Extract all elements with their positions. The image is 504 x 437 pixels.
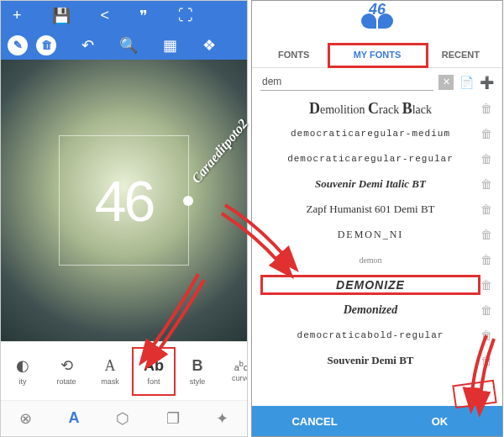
tool-curve[interactable]: abccurve: [219, 347, 247, 396]
delete-font-icon[interactable]: 🗑: [480, 253, 494, 266]
save-icon[interactable]: 💾: [52, 7, 71, 25]
tab-my-fonts[interactable]: MY FONTS: [335, 45, 418, 65]
dialog-buttons: CANCEL OK: [252, 406, 502, 436]
ok-button[interactable]: OK: [377, 406, 502, 436]
undo-icon[interactable]: ↶: [81, 36, 94, 55]
import-font-icon[interactable]: 📄: [459, 75, 474, 90]
font-list[interactable]: Demolition Crack Black🗑DemocraticaRegula…: [252, 96, 502, 380]
edit-icon[interactable]: ✎: [8, 35, 28, 55]
font-row[interactable]: demon🗑: [252, 247, 502, 272]
font-name-label: DEMONIZE: [260, 275, 480, 295]
expand-icon[interactable]: ⛶: [178, 7, 193, 24]
tool-strip: ◐ity ⟲rotate Amask Abfont Bstyle abccurv…: [1, 341, 247, 400]
font-name-label: Baraaki Demo Mix: [260, 379, 480, 380]
zoom-icon[interactable]: 🔍: [119, 36, 138, 55]
font-row[interactable]: DEMONIZE🗑: [252, 272, 502, 297]
cancel-button[interactable]: CANCEL: [252, 406, 377, 436]
nav-copy-icon[interactable]: ❐: [166, 409, 180, 428]
font-picker-panel: 46 FONTS MY FONTS RECENT ✕ 📄 ➕ Demolitio…: [251, 0, 503, 437]
font-name-label: demon: [260, 255, 480, 265]
nav-effects-icon[interactable]: ✦: [216, 409, 228, 428]
font-row[interactable]: Demonized🗑: [252, 297, 502, 323]
font-row[interactable]: DemocraticaRegular-Regular🗑: [252, 146, 502, 171]
delete-font-icon[interactable]: 🗑: [480, 203, 494, 216]
delete-font-icon[interactable]: 🗑: [480, 303, 494, 317]
tool-style[interactable]: Bstyle: [176, 347, 219, 396]
font-row[interactable]: Souvenir Demi Italic BT🗑: [252, 171, 502, 197]
font-name-label: Souvenir Demi Italic BT: [260, 177, 480, 191]
resize-handle[interactable]: [183, 196, 193, 206]
font-name-label: Souvenir Demi BT: [260, 354, 480, 367]
delete-font-icon[interactable]: 🗑: [480, 278, 494, 292]
font-name-label: Zapf Humanist 601 Demi BT: [260, 203, 480, 216]
tab-recent[interactable]: RECENT: [419, 45, 502, 65]
font-row[interactable]: Zapf Humanist 601 Demi BT🗑: [252, 197, 502, 222]
editor-panel: + 💾 < ❞ ⛶ ✎ 🗑 ↶ 🔍 ▦ ❖ 46 Caraeditpoto2: [0, 0, 248, 437]
tool-mask[interactable]: Amask: [88, 347, 132, 396]
delete-font-icon[interactable]: 🗑: [480, 354, 494, 367]
font-tabs: FONTS MY FONTS RECENT: [252, 41, 502, 68]
watermark: Caraeditpoto2: [188, 116, 250, 186]
layers-icon[interactable]: ❖: [202, 36, 216, 55]
font-row[interactable]: Demolition Crack Black🗑: [252, 96, 502, 121]
delete-font-icon[interactable]: 🗑: [480, 329, 494, 342]
font-name-label: DemocraticaBold-Regular: [260, 330, 480, 340]
tool-rotate[interactable]: ⟲rotate: [45, 347, 88, 396]
clear-search-icon[interactable]: ✕: [438, 75, 454, 90]
font-row[interactable]: Baraaki Demo Mix🗑: [252, 373, 502, 380]
tool-opacity[interactable]: ◐ity: [1, 347, 45, 396]
font-name-label: Demonized: [260, 303, 480, 317]
tab-fonts[interactable]: FONTS: [252, 45, 335, 65]
bottom-nav: ⊗ A ⬡ ❐ ✦: [1, 400, 247, 435]
annotation-highlight-ok: [452, 380, 496, 409]
font-row[interactable]: Souvenir Demi BT🗑: [252, 348, 502, 373]
font-row[interactable]: DemocraticaBold-Regular🗑: [252, 323, 502, 348]
share-icon[interactable]: <: [101, 7, 110, 24]
add-icon[interactable]: +: [13, 7, 22, 24]
canvas[interactable]: 46 Caraeditpoto2: [1, 60, 247, 341]
font-row[interactable]: DEMON_NI🗑: [252, 222, 502, 247]
font-name-label: DEMON_NI: [260, 229, 480, 241]
font-search-input[interactable]: [260, 73, 433, 91]
delete-icon[interactable]: 🗑: [36, 35, 56, 55]
quote-icon[interactable]: ❞: [139, 7, 148, 25]
nav-filters-icon[interactable]: ⊗: [19, 409, 32, 428]
font-name-label: DemocraticaRegular-Medium: [260, 129, 480, 139]
add-font-icon[interactable]: ➕: [479, 75, 494, 90]
text-selection-frame[interactable]: 46: [59, 135, 189, 266]
dialog-header: 46: [252, 1, 502, 41]
grid-icon[interactable]: ▦: [163, 36, 177, 55]
tool-font[interactable]: Abfont: [132, 347, 176, 396]
delete-font-icon[interactable]: 🗑: [480, 228, 494, 241]
font-search-row: ✕ 📄 ➕: [252, 68, 502, 96]
top-toolbar: + 💾 < ❞ ⛶ ✎ 🗑 ↶ 🔍 ▦ ❖: [1, 1, 247, 60]
delete-font-icon[interactable]: 🗑: [480, 102, 494, 115]
delete-font-icon[interactable]: 🗑: [480, 379, 494, 380]
font-row[interactable]: DemocraticaRegular-Medium🗑: [252, 121, 502, 146]
delete-font-icon[interactable]: 🗑: [480, 177, 494, 191]
font-name-label: DemocraticaRegular-Regular: [260, 154, 480, 164]
font-name-label: Demolition Crack Black: [260, 100, 480, 118]
nav-text-icon[interactable]: A: [68, 409, 79, 427]
nav-shapes-icon[interactable]: ⬡: [116, 409, 129, 428]
canvas-text[interactable]: 46: [95, 168, 154, 234]
app-logo: 46: [361, 13, 393, 29]
delete-font-icon[interactable]: 🗑: [480, 127, 494, 140]
delete-font-icon[interactable]: 🗑: [480, 152, 494, 166]
